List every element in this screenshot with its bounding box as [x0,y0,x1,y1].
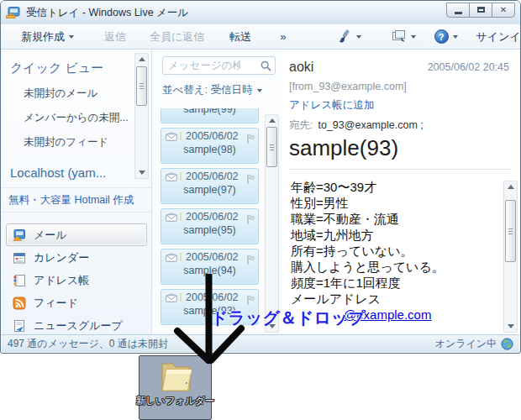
shortcut-contacts[interactable]: アドレス帳 [6,269,147,291]
sort-label: 並べ替え: 受信日時 [162,83,253,97]
read-envelope-icon [166,213,177,222]
quick-view-header: クイック ビュー [2,50,151,76]
rss-feed-icon [13,297,26,310]
read-envelope-icon [166,172,177,181]
message-row[interactable]: 2005/06/02 sample(94) [161,249,259,285]
message-row[interactable]: 2005/06/02 sample(98) [161,128,259,164]
status-bar: 497 通のメッセージ、0 通は未開封 オンライン中 [2,334,519,352]
body-line: 購入しようと思っている。 [291,259,519,275]
minimize-button[interactable] [446,3,470,18]
message-subject: sample(99) [165,108,255,115]
add-to-contacts-link[interactable]: アドレス帳に追加 [289,98,374,113]
sidebar-item-unread-from-members[interactable]: メンバーからの未開... [2,101,151,125]
message-row[interactable]: 2005/06/02 sample(95) [161,208,259,244]
category-tick [180,172,182,181]
help-button[interactable]: ? [429,27,463,46]
message-row[interactable]: 2005/06/02 sample(97) [161,168,259,204]
message-subject: sample(95) [165,224,255,236]
reply-button[interactable]: 返信 [99,27,131,47]
message-date: 2005/06/02 [186,251,239,263]
body-line: 地域=九州地方 [291,227,519,243]
shortcut-mail[interactable]: メール [6,223,147,246]
read-envelope-icon [166,132,177,141]
chevron-down-icon [257,89,262,92]
flag-icon[interactable] [245,295,255,306]
account-header[interactable]: Localhost (yam... [2,150,151,180]
read-envelope-icon [166,293,177,302]
hotmail-signup-link[interactable]: 無料・大容量 Hotmail 作成 [2,187,151,213]
search-input[interactable] [166,59,242,72]
menus-icon [392,29,407,44]
clipped-body-line: 010-4770 [351,323,519,323]
shortcut-calendar[interactable]: カレンダー [6,246,147,269]
message-list: 2005/06/02 sample(99) 2005/06/02 [161,108,259,333]
reading-pane: aoki 2005/06/02 20:45 [from_93@example.c… [282,50,519,334]
menus-button[interactable] [387,27,421,46]
titlebar[interactable]: 受信トレイ - Windows Live メール ✕ [1,1,520,24]
online-status: オンライン中 [435,337,497,351]
scroll-up-icon[interactable] [135,54,148,65]
toolbar: 新規作成 返信 全員に返信 転送 » ? サインイン [1,24,520,50]
category-tick [180,253,182,261]
shortcut-newsgroups[interactable]: ニュースグループ [6,314,147,334]
message-date: 2005/06/02 [186,211,239,223]
message-list-scrollbar-thumb[interactable] [266,127,277,167]
colors-button[interactable] [332,27,366,47]
chevron-down-icon [453,35,458,39]
paintbrush-icon [337,29,352,45]
shortcut-feeds[interactable]: フィード [6,291,147,314]
close-button[interactable]: ✕ [492,3,515,18]
scroll-down-icon[interactable] [504,321,517,332]
reading-pane-scrollbar[interactable] [503,181,518,333]
search-icon[interactable] [260,60,271,71]
flag-icon[interactable] [245,174,255,185]
reading-pane-scrollbar-thumb[interactable] [505,200,516,262]
flag-icon[interactable] [245,214,255,225]
search-box[interactable] [162,56,276,75]
body-line: 年齢=30〜39才 [291,179,519,195]
sidebar-item-unread-mail[interactable]: 未開封のメール [2,76,151,101]
maximize-button[interactable] [469,3,492,18]
chevron-down-icon [356,35,361,39]
sort-selector[interactable]: 並べ替え: 受信日時 [162,83,282,97]
folder-sidebar: クイック ビュー 未開封のメール メンバーからの未開... 未開封のフィード L… [2,50,152,334]
shortcut-contacts-label: アドレス帳 [34,273,89,288]
message-subject-title: sample(93) [289,135,511,161]
drag-drop-annotation: ドラッグ＆ドロップ [211,307,366,329]
recipient-line: 宛先:to_93@example.com ; [289,118,511,133]
flag-icon[interactable] [245,255,255,265]
new-message-button[interactable]: 新規作成 [16,27,79,47]
toolbar-overflow-button[interactable]: » [275,28,291,45]
message-row[interactable]: 2005/06/02 sample(99) [161,108,259,123]
body-line: 所有=持っていない。 [291,243,519,259]
message-list-scrollbar[interactable] [265,114,279,333]
scroll-up-icon[interactable] [504,181,517,192]
header-divider [289,169,511,170]
to-address: to_93@example.com ; [318,119,423,131]
shortcut-list: メール カレンダー [2,213,151,334]
scroll-down-icon[interactable] [135,167,148,178]
forward-button[interactable]: 転送 [224,27,256,47]
caption-buttons: ✕ [447,3,515,18]
flag-icon[interactable] [245,134,255,144]
sidebar-scrollbar-thumb[interactable] [136,66,147,106]
body-line: メールアドレス [291,291,519,307]
to-label: 宛先: [289,119,313,131]
mail-icon [13,228,26,242]
newsgroup-icon [13,319,26,333]
maximize-icon [477,7,485,13]
sign-in-button[interactable]: サインイン [471,27,521,47]
sidebar-item-unread-feeds[interactable]: 未開封のフィード [2,125,151,150]
sidebar-scrollbar[interactable] [134,53,149,179]
reply-all-button[interactable]: 全員に返信 [145,27,209,47]
minimize-icon [455,12,462,14]
calendar-icon [13,251,26,265]
message-subject: sample(98) [165,144,255,155]
body-line: 頻度=1年に1回程度 [291,275,519,291]
new-folder-drop-target[interactable]: 新しいフォルダー [139,355,212,420]
scroll-up-icon[interactable] [266,115,278,126]
folder-label: 新しいフォルダー [136,395,215,407]
message-list-pane: 並べ替え: 受信日時 2005/06/02 sample(99) [152,50,282,334]
category-tick [180,213,182,221]
address-book-icon [13,274,26,287]
